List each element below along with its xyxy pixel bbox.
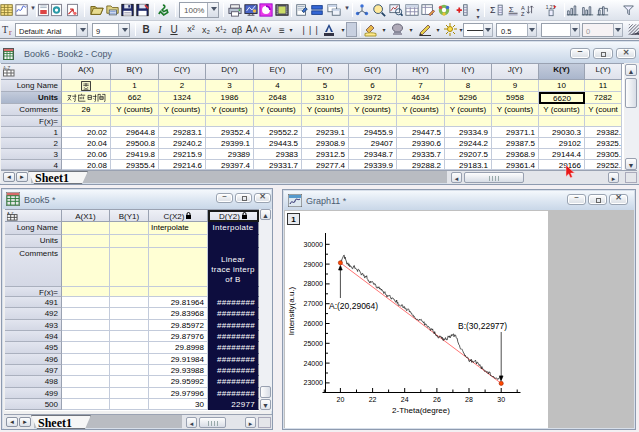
svg-text:26000: 26000: [304, 320, 324, 327]
svg-text:24000: 24000: [304, 360, 324, 367]
svg-text:27000: 27000: [304, 300, 324, 307]
svg-text:T: T: [2, 24, 8, 35]
svg-text:22: 22: [369, 396, 377, 403]
svg-text:Z: Z: [521, 11, 525, 17]
svg-text:30: 30: [497, 396, 505, 403]
svg-text:2-Theta(degree): 2-Theta(degree): [392, 406, 450, 415]
svg-text:28: 28: [465, 396, 473, 403]
svg-text:r: r: [9, 28, 12, 37]
svg-text:20: 20: [337, 396, 345, 403]
svg-text:24: 24: [401, 396, 409, 403]
svg-text:29000: 29000: [304, 261, 324, 268]
svg-text:28000: 28000: [304, 280, 324, 287]
svg-text:B:(30,22977): B:(30,22977): [458, 321, 507, 331]
svg-text:Intensity(a.u.): Intensity(a.u.): [287, 286, 296, 335]
svg-text:23000: 23000: [304, 379, 324, 386]
svg-text:A:(20,29064): A:(20,29064): [329, 301, 378, 311]
svg-text:26: 26: [433, 396, 441, 403]
svg-text:25000: 25000: [304, 340, 324, 347]
svg-text:30000: 30000: [304, 241, 324, 248]
svg-text:Σ: Σ: [490, 5, 496, 15]
svg-text:Σ: Σ: [509, 5, 514, 14]
